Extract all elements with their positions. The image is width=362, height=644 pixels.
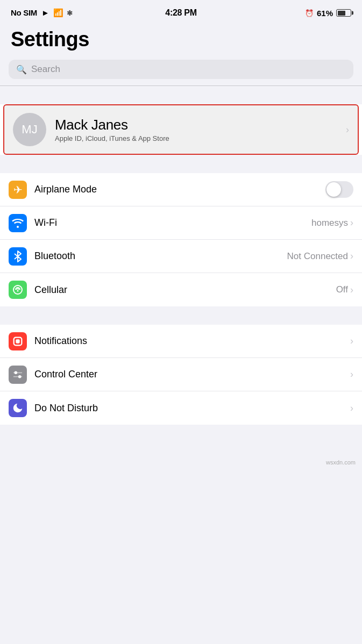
settings-item-cellular[interactable]: Cellular Off › bbox=[0, 273, 362, 306]
bluetooth-label: Bluetooth bbox=[34, 251, 287, 262]
svg-rect-7 bbox=[13, 376, 23, 377]
section-gap-top bbox=[0, 86, 362, 104]
section-gap-3 bbox=[0, 306, 362, 325]
notifications-icon bbox=[12, 335, 24, 347]
connectivity-section: ✈ Airplane Mode Wi-Fi homesys › Bluetoot… bbox=[0, 173, 362, 306]
svg-rect-6 bbox=[13, 372, 23, 373]
status-bar: No SIM ► 📶 ✱ 4:28 PM ⏰ 61% bbox=[0, 0, 362, 24]
airplane-mode-toggle[interactable] bbox=[325, 181, 353, 198]
status-right: ⏰ 61% bbox=[305, 9, 351, 18]
apple-id-row[interactable]: MJ Mack Janes Apple ID, iCloud, iTunes &… bbox=[3, 104, 359, 155]
notifications-icon-square bbox=[9, 332, 27, 350]
control-center-label: Control Center bbox=[34, 369, 350, 380]
control-center-right: › bbox=[350, 369, 353, 380]
page-header: Settings bbox=[0, 24, 362, 56]
do-not-disturb-icon-square bbox=[9, 399, 27, 417]
control-center-icon bbox=[12, 369, 24, 381]
airplane-icon: ✈ bbox=[13, 183, 23, 196]
svg-point-0 bbox=[13, 285, 22, 294]
system-section: Notifications › Control Center › Do Not … bbox=[0, 325, 362, 425]
wifi-icon-square bbox=[9, 214, 27, 232]
do-not-disturb-chevron: › bbox=[350, 403, 353, 414]
cellular-icon-square bbox=[9, 281, 27, 299]
moon-icon bbox=[12, 402, 24, 414]
do-not-disturb-right: › bbox=[350, 403, 353, 414]
wifi-status: homesys › bbox=[311, 217, 353, 228]
notifications-chevron: › bbox=[350, 335, 353, 347]
cellular-label: Cellular bbox=[34, 284, 336, 296]
settings-item-do-not-disturb[interactable]: Do Not Disturb › bbox=[0, 391, 362, 425]
control-center-icon-square bbox=[9, 366, 27, 384]
search-bar[interactable]: 🔍 Search bbox=[9, 60, 353, 79]
svg-rect-3 bbox=[16, 339, 19, 343]
settings-item-airplane-mode[interactable]: ✈ Airplane Mode bbox=[0, 173, 362, 206]
apple-id-subtitle: Apple ID, iCloud, iTunes & App Store bbox=[55, 134, 342, 142]
cellular-value: Off bbox=[336, 284, 348, 295]
cellular-icon bbox=[12, 284, 23, 295]
cellular-status: Off › bbox=[336, 284, 353, 296]
bluetooth-icon-square bbox=[9, 247, 27, 266]
battery-percent: 61% bbox=[317, 9, 333, 18]
battery-icon bbox=[336, 9, 351, 17]
bluetooth-icon bbox=[13, 251, 22, 262]
search-placeholder: Search bbox=[31, 64, 60, 75]
control-center-chevron: › bbox=[350, 369, 353, 380]
apple-id-info: Mack Janes Apple ID, iCloud, iTunes & Ap… bbox=[55, 117, 342, 142]
notifications-right: › bbox=[350, 335, 353, 347]
settings-item-notifications[interactable]: Notifications › bbox=[0, 325, 362, 358]
bluetooth-chevron: › bbox=[350, 251, 353, 262]
apple-id-name: Mack Janes bbox=[55, 117, 342, 133]
settings-item-control-center[interactable]: Control Center › bbox=[0, 358, 362, 391]
status-time: 4:28 PM bbox=[165, 8, 196, 18]
settings-item-wifi[interactable]: Wi-Fi homesys › bbox=[0, 206, 362, 240]
cellular-chevron: › bbox=[350, 284, 353, 296]
bluetooth-status: Not Connected › bbox=[287, 251, 353, 262]
toggle-thumb bbox=[326, 182, 341, 197]
section-gap-2 bbox=[0, 155, 362, 173]
airplane-mode-label: Airplane Mode bbox=[34, 184, 325, 195]
avatar: MJ bbox=[13, 113, 46, 146]
chevron-icon: › bbox=[346, 124, 349, 135]
wifi-icon bbox=[12, 218, 24, 228]
svg-point-1 bbox=[17, 290, 19, 292]
do-not-disturb-label: Do Not Disturb bbox=[34, 403, 350, 414]
bottom-fill bbox=[0, 425, 362, 457]
search-container: 🔍 Search bbox=[0, 56, 362, 85]
bluetooth-value: Not Connected bbox=[287, 251, 348, 262]
wifi-chevron: › bbox=[350, 217, 353, 228]
status-carrier: No SIM ► 📶 ✱ bbox=[11, 8, 73, 18]
wifi-value: homesys bbox=[311, 218, 348, 228]
settings-item-bluetooth[interactable]: Bluetooth Not Connected › bbox=[0, 240, 362, 273]
apple-id-section: MJ Mack Janes Apple ID, iCloud, iTunes &… bbox=[0, 104, 362, 155]
wifi-label: Wi-Fi bbox=[34, 217, 311, 228]
search-icon: 🔍 bbox=[16, 65, 27, 75]
airplane-mode-icon-square: ✈ bbox=[9, 181, 27, 199]
page-title: Settings bbox=[11, 28, 351, 51]
alarm-icon: ⏰ bbox=[305, 9, 314, 17]
notifications-label: Notifications bbox=[34, 335, 350, 347]
watermark: wsxdn.com bbox=[0, 457, 362, 468]
